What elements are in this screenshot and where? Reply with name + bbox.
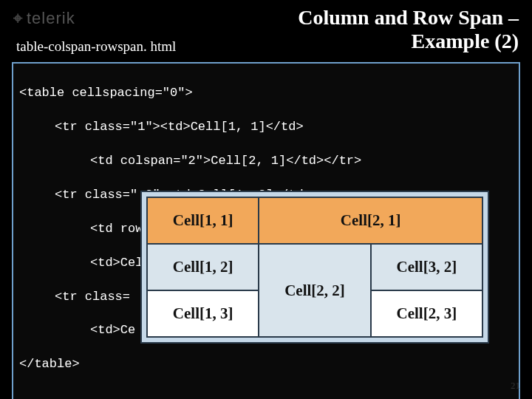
table-cell: Cell[1, 2] — [147, 244, 259, 290]
title-line-2: Example (2) — [298, 30, 519, 53]
code-line: <table cellspacing="0"> — [19, 85, 513, 102]
slide-title: Column and Row Span – Example (2) — [298, 6, 519, 53]
code-line: </table> — [19, 356, 513, 373]
table-cell: Cell[2, 2] — [259, 244, 370, 337]
table-row: Cell[1, 1] Cell[2, 1] — [147, 197, 482, 244]
logo: ⌖ telerik — [13, 9, 75, 28]
table-row: Cell[1, 2] Cell[2, 2] Cell[3, 2] — [147, 244, 482, 290]
table-cell: Cell[2, 1] — [259, 197, 482, 244]
table-preview: Cell[1, 1] Cell[2, 1] Cell[1, 2] Cell[2,… — [140, 191, 489, 344]
code-line: <tr class="1"><td>Cell[1, 1]</td> — [19, 119, 513, 136]
rendered-table: Cell[1, 1] Cell[2, 1] Cell[1, 2] Cell[2,… — [146, 197, 483, 338]
code-line: <td colspan="2">Cell[2, 1]</td></tr> — [19, 153, 513, 170]
table-cell: Cell[1, 3] — [147, 290, 259, 337]
title-line-1: Column and Row Span – — [298, 6, 519, 30]
telerik-logo-text: telerik — [27, 9, 75, 28]
page-number: 21 — [511, 380, 520, 392]
telerik-logo-icon: ⌖ — [13, 10, 22, 27]
table-cell: Cell[3, 2] — [371, 244, 482, 290]
table-cell: Cell[2, 3] — [371, 290, 482, 337]
table-cell: Cell[1, 1] — [147, 197, 259, 244]
